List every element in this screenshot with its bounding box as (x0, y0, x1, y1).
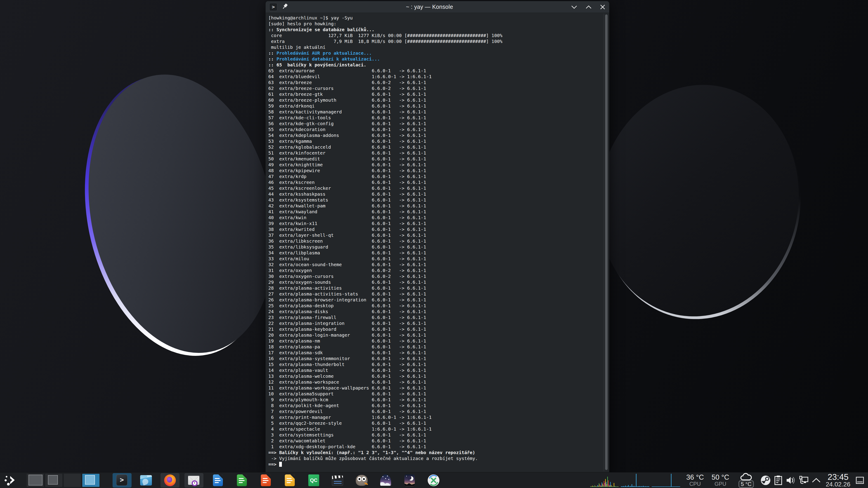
close-button[interactable] (600, 4, 606, 10)
stellarium-icon (404, 475, 415, 486)
virtual-desktop-pager (27, 474, 99, 487)
scrollbar-thumb[interactable] (605, 14, 608, 470)
show-desktop-icon (855, 476, 864, 485)
dolphin-icon (140, 475, 152, 486)
steam-icon[interactable] (759, 473, 772, 488)
cpu-temperature-widget[interactable]: 36 °C CPU (683, 474, 707, 487)
taskbar-app-lo-writer[interactable] (209, 473, 227, 488)
gpu-temp-label: GPU (709, 481, 732, 487)
taskbar-app-lo-impress[interactable] (256, 473, 275, 488)
kstars-icon (380, 475, 392, 486)
terminal-scrollbar[interactable] (604, 13, 609, 471)
disk-history-graph[interactable] (652, 474, 680, 487)
konsole-window-icon: > (269, 3, 277, 11)
taskbar-app-gimp[interactable] (352, 473, 371, 488)
pager-window-thumbnail (48, 475, 58, 485)
lo-writer-icon (212, 475, 224, 486)
lo-calc-icon (236, 475, 248, 486)
network-history-graph[interactable] (621, 474, 649, 487)
tray-expander-chevron-up-icon[interactable] (810, 473, 823, 488)
wallpaper-pebble-right (582, 70, 815, 331)
pager-window-thumbnail (85, 475, 95, 485)
maximize-button[interactable] (585, 5, 592, 9)
gpu-temperature-widget[interactable]: 50 °C GPU (709, 474, 732, 487)
clock-time: 23:45 (826, 473, 850, 481)
taskbar-app-stellarium[interactable] (400, 473, 419, 488)
konsole-window: > ~ : yay — Konsole [howking@archlinux ~… (266, 1, 610, 472)
kdenlive-icon (332, 475, 344, 486)
show-desktop-button[interactable] (854, 473, 866, 488)
system-tray: 36 °C CPU 50 °C GPU 5 °C (590, 473, 868, 488)
konsole-icon: > (116, 475, 128, 486)
taskbar-app-lo-calc[interactable] (232, 473, 251, 488)
taskbar-panel: >QC 36 °C CPU 50 °C GPU 5 °C (0, 472, 868, 488)
window-titlebar[interactable]: > ~ : yay — Konsole (266, 1, 609, 13)
terminal-viewport: [howking@archlinux ~]$ yay -Syu [sudo] h… (266, 13, 609, 472)
lo-draw-icon (284, 475, 296, 486)
taskbar-app-mail[interactable] (184, 473, 204, 488)
wallpaper-pebble-left (64, 57, 300, 370)
volume-icon[interactable] (784, 473, 797, 488)
taskbar-app-firefox[interactable] (160, 473, 180, 488)
pin-icon[interactable] (281, 3, 288, 11)
terminal-output[interactable]: [howking@archlinux ~]$ yay -Syu [sudo] h… (268, 15, 600, 471)
gimp-icon (356, 475, 368, 486)
weather-widget[interactable]: 5 °C (735, 473, 757, 488)
taskbar-app-konsole[interactable]: > (113, 473, 131, 488)
taskbar-app-dolphin[interactable] (136, 473, 156, 488)
taskbar-app-ring-app[interactable] (424, 473, 443, 488)
firefox-icon (164, 475, 176, 486)
mail-icon (188, 475, 200, 486)
task-manager: >QC (113, 473, 443, 488)
taskbar-app-kstars[interactable] (376, 473, 395, 488)
pager-desktop-4[interactable] (82, 474, 99, 487)
pager-desktop-3[interactable] (64, 474, 81, 487)
cpu-history-graph[interactable] (590, 474, 619, 487)
gpu-temp-value: 50 °C (709, 474, 732, 481)
digital-clock[interactable]: 23:45 24.02.26 (826, 473, 850, 488)
app-launcher-icon (4, 475, 17, 486)
cpu-temp-label: CPU (683, 481, 707, 487)
ring-app-icon (428, 475, 439, 486)
pager-desktop-2[interactable] (45, 474, 62, 487)
qc-app-icon: QC (308, 475, 320, 486)
clipboard-icon[interactable] (772, 473, 784, 488)
taskbar-app-qc-app[interactable]: QC (304, 473, 323, 488)
window-title: ~ : yay — Konsole (288, 4, 571, 10)
taskbar-app-kdenlive[interactable] (328, 473, 347, 488)
lo-impress-icon (260, 475, 272, 486)
terminal-cursor (279, 462, 282, 467)
clock-date: 24.02.26 (826, 481, 850, 488)
cpu-temp-value: 36 °C (683, 474, 707, 481)
app-launcher-button[interactable] (0, 473, 21, 488)
pager-window-thumbnail (29, 475, 42, 486)
taskbar-app-lo-draw[interactable] (280, 473, 299, 488)
weather-temp-badge: 5 °C (739, 480, 754, 488)
network-wired-icon[interactable] (797, 473, 810, 488)
minimize-button[interactable] (571, 5, 578, 9)
pager-desktop-1[interactable] (27, 474, 44, 487)
